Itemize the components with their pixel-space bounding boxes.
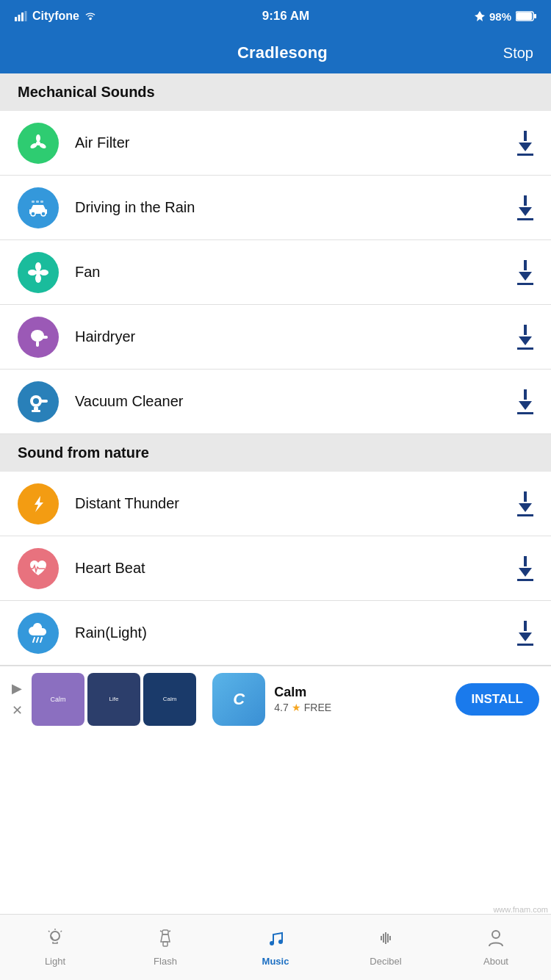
svg-point-41 xyxy=(270,941,274,945)
list-item-vacuum[interactable]: Vacuum Cleaner xyxy=(0,370,551,434)
list-item-fan[interactable]: Fan xyxy=(0,240,551,305)
decibel-svg xyxy=(376,929,395,948)
battery-percent: 98% xyxy=(489,10,511,23)
svg-rect-14 xyxy=(32,201,35,203)
list-item-hairdryer[interactable]: Hairdryer xyxy=(0,305,551,370)
list-item-heartbeat[interactable]: Heart Beat xyxy=(0,536,551,601)
nav-bar: Cradlesong Stop xyxy=(0,32,551,73)
vacuum-svg xyxy=(27,391,49,413)
light-bulb-svg xyxy=(46,929,65,948)
download-vacuum[interactable] xyxy=(517,389,533,414)
music-icon xyxy=(266,929,285,953)
car-svg xyxy=(27,197,49,219)
ad-app-name: Calm xyxy=(274,685,446,700)
svg-line-39 xyxy=(160,931,162,932)
tab-light[interactable]: Light xyxy=(0,915,110,980)
svg-point-21 xyxy=(28,270,37,275)
list-item-driving-rain[interactable]: Driving in the Rain xyxy=(0,176,551,240)
download-driving-rain[interactable] xyxy=(517,195,533,220)
tab-decibel-label: Decibel xyxy=(370,956,401,967)
tab-about[interactable]: About xyxy=(441,915,551,980)
download-distant-thunder[interactable] xyxy=(517,491,533,516)
svg-line-32 xyxy=(40,638,42,642)
list-item-rain-light[interactable]: Rain(Light) xyxy=(0,601,551,666)
tab-flash[interactable]: Flash xyxy=(110,915,220,980)
ad-banner: ▶ ✕ Calm Life Calm C Calm 4.7 ★ FREE IN xyxy=(0,666,551,732)
svg-point-13 xyxy=(41,212,46,216)
tab-light-label: Light xyxy=(45,956,65,967)
svg-point-50 xyxy=(492,931,500,938)
rain-light-label: Rain(Light) xyxy=(75,624,517,641)
distant-thunder-label: Distant Thunder xyxy=(75,495,517,512)
svg-rect-7 xyxy=(534,14,536,18)
svg-rect-15 xyxy=(36,201,39,203)
fan-icon xyxy=(18,252,59,293)
svg-point-20 xyxy=(35,274,41,283)
ad-app-logo: C xyxy=(212,673,265,726)
air-filter-icon xyxy=(18,123,59,164)
svg-line-36 xyxy=(61,931,62,932)
waves-icon xyxy=(376,929,395,953)
tab-decibel[interactable]: Decibel xyxy=(331,915,441,980)
person-icon xyxy=(486,929,505,953)
stop-button[interactable]: Stop xyxy=(503,45,533,62)
svg-point-12 xyxy=(31,212,35,216)
hairdryer-svg xyxy=(27,326,49,348)
svg-line-31 xyxy=(37,638,38,642)
vacuum-icon xyxy=(18,381,59,422)
tab-about-label: About xyxy=(483,956,508,967)
svg-rect-1 xyxy=(18,15,21,21)
bulb-icon xyxy=(46,929,65,953)
list-item-air-filter[interactable]: Air Filter xyxy=(0,111,551,176)
carrier-name: Cityfone xyxy=(32,10,79,23)
svg-point-19 xyxy=(40,270,48,275)
driving-rain-label: Driving in the Rain xyxy=(75,199,517,216)
svg-rect-23 xyxy=(41,336,48,339)
download-rain-light[interactable] xyxy=(517,621,533,646)
svg-rect-0 xyxy=(15,17,17,21)
svg-point-22 xyxy=(31,330,44,342)
heartbeat-icon xyxy=(18,548,59,589)
svg-rect-16 xyxy=(40,201,43,203)
tab-flash-label: Flash xyxy=(154,956,177,967)
svg-rect-37 xyxy=(162,930,168,934)
person-svg xyxy=(486,929,505,948)
signal-icon xyxy=(15,11,28,21)
flash-svg xyxy=(156,929,175,948)
thunder-svg xyxy=(27,493,49,515)
heart-svg xyxy=(27,558,49,580)
status-left: Cityfone xyxy=(15,10,97,23)
watermark: www.fnam.com xyxy=(493,905,548,914)
tab-music[interactable]: Music xyxy=(220,915,331,980)
ad-install-button[interactable]: INSTALL xyxy=(455,683,540,716)
svg-line-35 xyxy=(48,931,50,932)
download-air-filter[interactable] xyxy=(517,131,533,156)
driving-rain-icon xyxy=(18,187,59,228)
svg-rect-24 xyxy=(36,341,39,347)
svg-point-26 xyxy=(33,398,39,404)
battery-icon xyxy=(516,11,536,21)
fans-svg xyxy=(27,132,49,154)
ad-rating: 4.7 ★ FREE xyxy=(274,702,446,713)
download-fan[interactable] xyxy=(517,260,533,285)
tab-music-label: Music xyxy=(262,956,289,967)
location-icon xyxy=(475,11,485,21)
download-heartbeat[interactable] xyxy=(517,556,533,581)
section-header-nature: Sound from nature xyxy=(0,434,551,472)
rain-icon xyxy=(18,613,59,654)
section-header-mechanical: Mechanical Sounds xyxy=(0,73,551,111)
torch-icon xyxy=(156,929,175,953)
download-hairdryer[interactable] xyxy=(517,325,533,350)
svg-line-30 xyxy=(33,638,35,642)
thunder-icon xyxy=(18,483,59,525)
ad-image-3: Calm xyxy=(143,673,196,726)
svg-point-9 xyxy=(36,134,40,142)
heartbeat-label: Heart Beat xyxy=(75,560,517,577)
fan-svg xyxy=(27,262,49,284)
music-svg xyxy=(266,929,285,948)
ad-images: Calm Life Calm xyxy=(32,673,204,726)
svg-point-18 xyxy=(35,262,41,271)
ad-image-1: Calm xyxy=(32,673,84,726)
list-item-distant-thunder[interactable]: Distant Thunder xyxy=(0,472,551,536)
ad-image-2: Life xyxy=(87,673,140,726)
